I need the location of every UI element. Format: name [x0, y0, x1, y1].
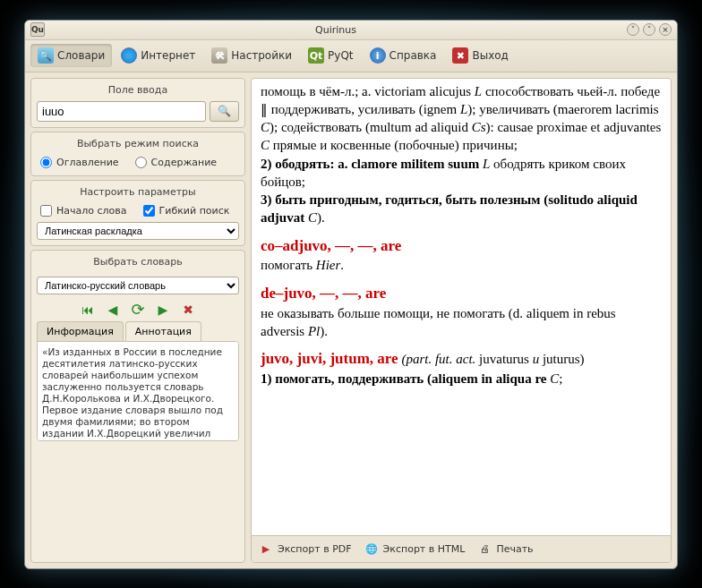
magnifier-icon: 🔍: [218, 105, 231, 117]
qt-icon: Qt: [308, 47, 324, 64]
app-icon: Qu: [30, 22, 45, 37]
nav-reload-button[interactable]: ⟳: [128, 300, 148, 320]
headword: co–adjuvo, —, —, are: [261, 236, 662, 257]
input-title: Поле ввода: [37, 82, 239, 98]
maximize-button[interactable]: ˄: [643, 23, 655, 36]
nav-prev-button[interactable]: ◀: [103, 300, 123, 320]
export-bar: ▶Экспорт в PDF 🌐Экспорт в HTML 🖨Печать: [252, 535, 671, 562]
label: Справка: [390, 49, 437, 62]
dictionaries-button[interactable]: 🔍 Словари: [30, 44, 112, 67]
label: PyQt: [328, 49, 354, 62]
layout-select[interactable]: Латинская раскладка: [37, 222, 239, 240]
headword: de–juvo, —, —, are: [261, 284, 662, 304]
export-html-button[interactable]: 🌐Экспорт в HTML: [364, 541, 466, 556]
mode-title: Выбрать режим поиска: [37, 136, 239, 151]
mode-section: Выбрать режим поиска Оглавление Содержан…: [30, 132, 245, 176]
nav-first-button[interactable]: ⏮: [78, 300, 98, 320]
internet-button[interactable]: 🌐 Интернет: [114, 44, 202, 67]
nav-next-button[interactable]: ▶: [153, 300, 173, 320]
globe-icon: 🌐: [121, 47, 137, 64]
content-pane: помощь в чём-л.; a. victoriam alicujus L…: [251, 78, 672, 563]
print-button[interactable]: 🖨Печать: [477, 541, 533, 556]
dict-select[interactable]: Латинско-русский словарь: [37, 277, 239, 294]
main-toolbar: 🔍 Словари 🌐 Интернет 🛠 Настройки Qt PyQt…: [25, 40, 677, 72]
headword: juvo, juvi, jutum, are (part. fut. act. …: [261, 349, 662, 370]
wrench-icon: 🛠: [211, 47, 227, 64]
pdf-icon: ▶: [259, 541, 273, 556]
input-section: Поле ввода 🔍: [30, 78, 245, 128]
app-window: Qu Quirinus ˅ ˄ × 🔍 Словари 🌐 Интернет 🛠…: [24, 20, 678, 569]
params-section: Настроить параметры Начало слова Гибкий …: [30, 180, 245, 246]
dict-title: Выбрать словарь: [37, 254, 239, 269]
param-start-check[interactable]: Начало слова: [40, 205, 127, 217]
close-button[interactable]: ×: [659, 23, 672, 36]
article-view[interactable]: помощь в чём-л.; a. victoriam alicujus L…: [252, 79, 671, 535]
nav-stop-button[interactable]: ✖: [178, 300, 198, 320]
minimize-button[interactable]: ˅: [627, 23, 639, 36]
help-button[interactable]: i Справка: [363, 44, 444, 67]
search-button[interactable]: 🔍: [210, 101, 239, 122]
window-title: Quirinus: [45, 24, 627, 36]
printer-icon: 🖨: [477, 541, 492, 556]
mode-content-radio[interactable]: Содержание: [135, 157, 218, 168]
dict-section: Выбрать словарь Латинско-русский словарь…: [30, 250, 245, 563]
label: Настройки: [231, 49, 292, 62]
pyqt-button[interactable]: Qt PyQt: [301, 44, 361, 67]
mode-toc-radio[interactable]: Оглавление: [40, 157, 119, 168]
tab-info[interactable]: Информация: [37, 321, 124, 341]
exit-icon: ✖: [452, 47, 468, 64]
export-pdf-button[interactable]: ▶Экспорт в PDF: [259, 541, 352, 556]
sidebar: Поле ввода 🔍 Выбрать режим поиска Оглавл…: [25, 72, 251, 568]
label: Словари: [57, 49, 105, 62]
magnifier-icon: 🔍: [38, 47, 54, 64]
label: Выход: [472, 49, 508, 62]
info-icon: i: [370, 47, 386, 64]
html-icon: 🌐: [364, 541, 379, 556]
tab-annotation[interactable]: Аннотация: [125, 321, 201, 341]
titlebar: Qu Quirinus ˅ ˄ ×: [25, 21, 677, 40]
exit-button[interactable]: ✖ Выход: [445, 44, 515, 67]
params-title: Настроить параметры: [37, 184, 239, 200]
annotation-text[interactable]: «Из изданных в России в последние десяти…: [37, 341, 239, 441]
settings-button[interactable]: 🛠 Настройки: [204, 44, 299, 67]
label: Интернет: [141, 49, 195, 62]
param-flex-check[interactable]: Гибкий поиск: [143, 205, 230, 217]
search-input[interactable]: [37, 101, 206, 122]
